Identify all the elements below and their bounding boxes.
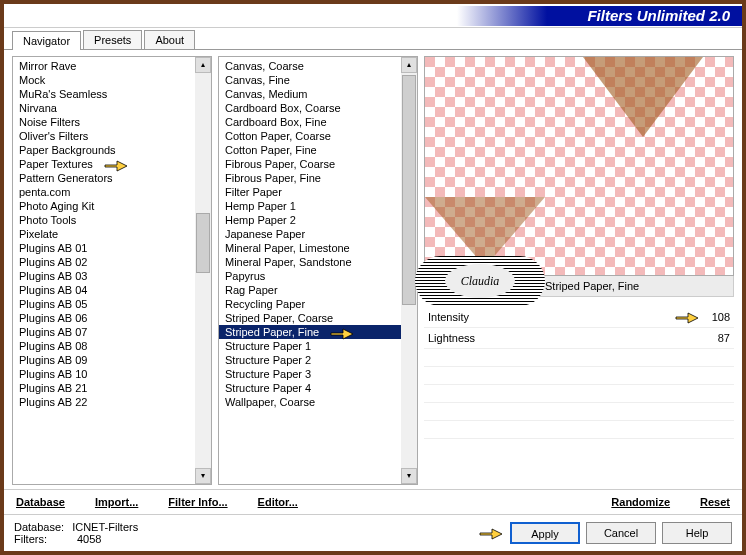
- list-item[interactable]: Plugins AB 05: [13, 297, 211, 311]
- pointing-hand-icon: [674, 307, 700, 327]
- list-item[interactable]: Paper Textures: [13, 157, 211, 171]
- slider-empty: [424, 385, 734, 403]
- randomize-link[interactable]: Randomize: [611, 496, 670, 508]
- scroll-up-icon[interactable]: ▴: [195, 57, 211, 73]
- list-item[interactable]: Canvas, Coarse: [219, 59, 417, 73]
- list-item[interactable]: Plugins AB 06: [13, 311, 211, 325]
- main-area: Mirror RaveMockMuRa's SeamlessNirvanaNoi…: [4, 49, 742, 489]
- reset-link[interactable]: Reset: [700, 496, 730, 508]
- list-item[interactable]: Fibrous Paper, Fine: [219, 171, 417, 185]
- list-item[interactable]: Mirror Rave: [13, 59, 211, 73]
- list-item[interactable]: Structure Paper 4: [219, 381, 417, 395]
- list-item[interactable]: MuRa's Seamless: [13, 87, 211, 101]
- list-item[interactable]: Cardboard Box, Coarse: [219, 101, 417, 115]
- list-item[interactable]: Cardboard Box, Fine: [219, 115, 417, 129]
- list-item[interactable]: Plugins AB 22: [13, 395, 211, 409]
- list-item[interactable]: Striped Paper, Coarse: [219, 311, 417, 325]
- scroll-down-icon[interactable]: ▾: [401, 468, 417, 484]
- list-item[interactable]: Canvas, Fine: [219, 73, 417, 87]
- slider-track[interactable]: [518, 330, 700, 346]
- list-item[interactable]: Plugins AB 01: [13, 241, 211, 255]
- pointing-hand-icon: [478, 523, 504, 543]
- scrollbar[interactable]: ▴ ▾: [401, 57, 417, 484]
- scroll-thumb[interactable]: [402, 75, 416, 305]
- list-item[interactable]: Filter Paper: [219, 185, 417, 199]
- list-item[interactable]: Mock: [13, 73, 211, 87]
- footer-info: Database:ICNET-Filters Filters:4058: [14, 521, 138, 545]
- import-link[interactable]: Import...: [95, 496, 138, 508]
- category-list[interactable]: Mirror RaveMockMuRa's SeamlessNirvanaNoi…: [12, 56, 212, 485]
- filter-name-bar: Claudia Striped Paper, Fine: [424, 276, 734, 297]
- db-label: Database:: [14, 521, 64, 533]
- slider-panel: Intensity108Lightness87: [424, 307, 734, 439]
- cancel-button[interactable]: Cancel: [586, 522, 656, 544]
- list-item[interactable]: Structure Paper 1: [219, 339, 417, 353]
- slider-empty: [424, 421, 734, 439]
- slider-lightness[interactable]: Lightness87: [424, 328, 734, 349]
- list-item[interactable]: Plugins AB 21: [13, 381, 211, 395]
- scroll-up-icon[interactable]: ▴: [401, 57, 417, 73]
- slider-empty: [424, 349, 734, 367]
- list-item[interactable]: Noise Filters: [13, 115, 211, 129]
- list-item[interactable]: Recycling Paper: [219, 297, 417, 311]
- pointing-hand-icon: [103, 155, 129, 175]
- filters-count: 4058: [77, 533, 101, 545]
- apply-button[interactable]: Apply: [510, 522, 580, 544]
- list-item[interactable]: Structure Paper 3: [219, 367, 417, 381]
- list-item[interactable]: Hemp Paper 1: [219, 199, 417, 213]
- current-filter-label: Striped Paper, Fine: [545, 280, 639, 292]
- list-item[interactable]: Cotton Paper, Fine: [219, 143, 417, 157]
- list-item[interactable]: Plugins AB 08: [13, 339, 211, 353]
- slider-label: Lightness: [428, 332, 518, 344]
- list-item[interactable]: Hemp Paper 2: [219, 213, 417, 227]
- list-item[interactable]: Photo Aging Kit: [13, 199, 211, 213]
- preview-column: Claudia Striped Paper, Fine Intensity108…: [424, 56, 734, 485]
- list-item[interactable]: Striped Paper, Fine: [219, 325, 417, 339]
- list-item[interactable]: Nirvana: [13, 101, 211, 115]
- bottom-toolbar: Database Import... Filter Info... Editor…: [4, 489, 742, 514]
- tab-navigator[interactable]: Navigator: [12, 31, 81, 50]
- title: Filters Unlimited 2.0: [442, 6, 742, 26]
- slider-empty: [424, 367, 734, 385]
- filterinfo-link[interactable]: Filter Info...: [168, 496, 227, 508]
- tab-about[interactable]: About: [144, 30, 195, 49]
- scroll-down-icon[interactable]: ▾: [195, 468, 211, 484]
- list-item[interactable]: Plugins AB 04: [13, 283, 211, 297]
- list-item[interactable]: Cotton Paper, Coarse: [219, 129, 417, 143]
- list-item[interactable]: Plugins AB 10: [13, 367, 211, 381]
- list-item[interactable]: Japanese Paper: [219, 227, 417, 241]
- pointing-hand-icon: [329, 323, 355, 343]
- category-column: Mirror RaveMockMuRa's SeamlessNirvanaNoi…: [12, 56, 212, 485]
- filter-list[interactable]: Canvas, CoarseCanvas, FineCanvas, Medium…: [218, 56, 418, 485]
- slider-track[interactable]: [518, 309, 700, 325]
- list-item[interactable]: Photo Tools: [13, 213, 211, 227]
- watermark-badge: Claudia: [415, 256, 545, 306]
- editor-link[interactable]: Editor...: [258, 496, 298, 508]
- scrollbar[interactable]: ▴ ▾: [195, 57, 211, 484]
- list-item[interactable]: penta.com: [13, 185, 211, 199]
- list-item[interactable]: Fibrous Paper, Coarse: [219, 157, 417, 171]
- filters-unlimited-window: Filters Unlimited 2.0 NavigatorPresetsAb…: [4, 4, 742, 551]
- slider-label: Intensity: [428, 311, 518, 323]
- list-item[interactable]: Pixelate: [13, 227, 211, 241]
- scroll-thumb[interactable]: [196, 213, 210, 273]
- list-item[interactable]: Plugins AB 03: [13, 269, 211, 283]
- database-link[interactable]: Database: [16, 496, 65, 508]
- slider-value: 108: [700, 311, 730, 323]
- list-item[interactable]: Wallpaper, Coarse: [219, 395, 417, 409]
- help-button[interactable]: Help: [662, 522, 732, 544]
- list-item[interactable]: Mineral Paper, Sandstone: [219, 255, 417, 269]
- list-item[interactable]: Plugins AB 09: [13, 353, 211, 367]
- list-item[interactable]: Canvas, Medium: [219, 87, 417, 101]
- slider-intensity[interactable]: Intensity108: [424, 307, 734, 328]
- list-item[interactable]: Mineral Paper, Limestone: [219, 241, 417, 255]
- slider-empty: [424, 403, 734, 421]
- list-item[interactable]: Rag Paper: [219, 283, 417, 297]
- tab-presets[interactable]: Presets: [83, 30, 142, 49]
- list-item[interactable]: Papyrus: [219, 269, 417, 283]
- watermark-text: Claudia: [445, 264, 515, 298]
- list-item[interactable]: Structure Paper 2: [219, 353, 417, 367]
- list-item[interactable]: Oliver's Filters: [13, 129, 211, 143]
- list-item[interactable]: Plugins AB 07: [13, 325, 211, 339]
- list-item[interactable]: Plugins AB 02: [13, 255, 211, 269]
